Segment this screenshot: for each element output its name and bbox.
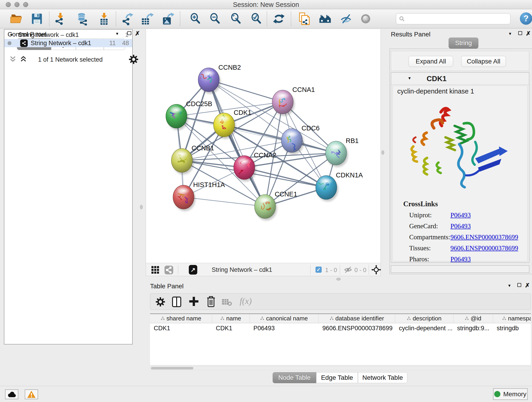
network-type-icon (20, 39, 28, 47)
save-session-button[interactable] (30, 12, 44, 26)
column-header-description[interactable]: description (395, 314, 453, 323)
cell-namespace[interactable]: stringdb (493, 323, 531, 333)
warning-button[interactable] (25, 389, 38, 399)
control-panel-close-icon[interactable]: ✗ (135, 31, 140, 36)
toolbar-separator (340, 265, 340, 274)
search-input[interactable] (405, 15, 506, 22)
selected-checkbox-icon[interactable]: ✓ (316, 267, 322, 273)
control-panel: Control Panel ▼ ✗ Network Style Select S… (4, 29, 146, 386)
collapse-all-button[interactable]: Collapse All (461, 56, 506, 67)
zoom-selected-button[interactable] (249, 12, 263, 26)
column-header-namespace[interactable]: namespace (493, 314, 531, 323)
table-panel-collapse-icon[interactable]: ▼ (507, 284, 511, 288)
search-field[interactable] (396, 13, 510, 24)
cell-id[interactable]: stringdb:9... (453, 323, 493, 333)
import-table-button[interactable] (97, 12, 111, 26)
entry-collapse-icon[interactable]: ▼ (408, 76, 412, 80)
delete-column-icon[interactable] (206, 296, 216, 307)
column-header-id[interactable]: @id (453, 314, 493, 323)
crosslink-tissues-link[interactable]: 9606.ENSP00000378699 (450, 244, 518, 252)
results-panel-collapse-icon[interactable]: ▼ (508, 32, 512, 36)
left-splitter-handle[interactable] (140, 205, 143, 209)
cell-canonical-name[interactable]: P06493 (250, 323, 319, 333)
toolbar-separator (369, 265, 369, 274)
crosslinks-title: CrossLinks (403, 200, 438, 208)
crosslink-compartments-link[interactable]: 9606.ENSP00000378699 (450, 233, 518, 241)
collection-expand-icon[interactable]: ▼ (9, 33, 13, 37)
network-canvas[interactable]: CCNB2CCNA1CDC25BCDK1CDC6RB1CCNB1CCNA2CDK… (146, 29, 381, 263)
node-label-CCNB2: CCNB2 (218, 64, 241, 71)
network-view-mode-icon[interactable] (164, 265, 173, 274)
crosslink-label: GeneCard: (409, 222, 438, 230)
import-network-database-button[interactable] (76, 12, 89, 26)
table-header-row: shared name name canonical name database… (150, 313, 531, 323)
tab-network-table[interactable]: Network Table (358, 372, 407, 383)
selected-counts: 1 - 0 (325, 267, 337, 274)
collapse-all-icon[interactable] (9, 56, 17, 63)
table-panel-close-icon[interactable]: ✗ (525, 282, 530, 288)
right-splitter-handle[interactable] (381, 150, 384, 155)
zoom-in-button[interactable] (188, 12, 202, 26)
results-panel-float-icon[interactable] (518, 31, 522, 35)
results-panel-close-icon[interactable]: ✗ (526, 31, 531, 36)
add-column-icon[interactable] (189, 296, 199, 306)
show-columns-icon[interactable] (172, 296, 181, 307)
table-gear-icon[interactable] (155, 297, 165, 307)
network-collection-row[interactable]: ▼ String Network – cdk1 1 (4, 31, 132, 39)
render-mode-button[interactable] (359, 12, 373, 26)
column-header-database-identifier[interactable]: database identifier (319, 314, 395, 323)
search-icon (399, 16, 405, 22)
expand-all-button[interactable]: Expand All (409, 56, 453, 67)
column-header-name[interactable]: name (212, 314, 250, 323)
clear-table-icon (222, 298, 232, 306)
tab-node-table[interactable]: Node Table (273, 372, 316, 383)
main-toolbar: ? (0, 9, 532, 28)
cell-shared-name[interactable]: CDK1 (150, 323, 212, 333)
toolbar-separator (116, 12, 116, 26)
cell-description[interactable]: cyclin-dependent ... (395, 323, 453, 333)
gear-icon[interactable] (128, 54, 139, 64)
scrollbar-thumb[interactable] (151, 367, 193, 370)
bottom-splitter-handle[interactable] (336, 278, 341, 281)
home-networks-button[interactable] (318, 12, 332, 26)
string-import-button[interactable] (298, 12, 311, 26)
table-panel-float-icon[interactable] (517, 283, 521, 287)
hide-panel-button[interactable] (339, 12, 353, 26)
open-session-button[interactable] (9, 12, 23, 26)
export-network-button[interactable] (121, 12, 135, 26)
node-label-CCNE1: CCNE1 (275, 191, 297, 198)
cell-database-identifier[interactable]: 9606.ENSP00000378699 (319, 323, 395, 333)
crosslink-pharos-link[interactable]: P06493 (450, 255, 471, 263)
table-toolbar: f(x) (150, 293, 531, 310)
refresh-button[interactable] (272, 12, 286, 26)
help-button[interactable]: ? (520, 12, 532, 25)
result-entry-header[interactable]: ▼ CDK1 (391, 73, 529, 85)
database-icon (76, 12, 89, 26)
grid-view-icon[interactable] (151, 266, 160, 274)
tab-string[interactable]: String (449, 38, 478, 49)
expand-all-icon[interactable] (19, 56, 27, 63)
node-label-HIST1H1A: HIST1H1A (193, 181, 225, 188)
memory-button[interactable]: Memory (493, 388, 528, 400)
zoom-out-button[interactable] (208, 12, 222, 26)
table-horizontal-scrollbar[interactable] (150, 366, 531, 370)
cell-name[interactable]: CDK1 (212, 323, 250, 333)
export-table-button[interactable] (140, 12, 154, 26)
column-header-shared-name[interactable]: shared name (150, 314, 212, 323)
table-row[interactable]: CDK1 CDK1 P06493 9606.ENSP00000378699 cy… (150, 323, 531, 333)
warning-icon (27, 390, 36, 399)
birds-eye-view-icon[interactable]: ↗ (189, 265, 197, 274)
column-header-canonical-name[interactable]: canonical name (250, 314, 319, 323)
export-image-button[interactable] (161, 12, 175, 26)
crosslink-genecard-link[interactable]: P06493 (450, 222, 471, 230)
network-view[interactable]: CCNB2CCNA1CDC25BCDK1CDC6RB1CCNB1CCNA2CDK… (146, 29, 381, 263)
next-entry-sliver (391, 265, 529, 273)
cloud-button[interactable] (5, 389, 18, 399)
crosslink-uniprot-link[interactable]: P06493 (450, 211, 471, 219)
fit-content-icon[interactable] (371, 265, 381, 274)
zoom-fit-button[interactable] (229, 12, 243, 26)
tab-edge-table[interactable]: Edge Table (316, 372, 358, 383)
network-row[interactable]: String Network – cdk1 11 48 (4, 39, 132, 47)
network-edge[interactable] (184, 197, 265, 206)
import-network-file-button[interactable] (53, 12, 67, 26)
